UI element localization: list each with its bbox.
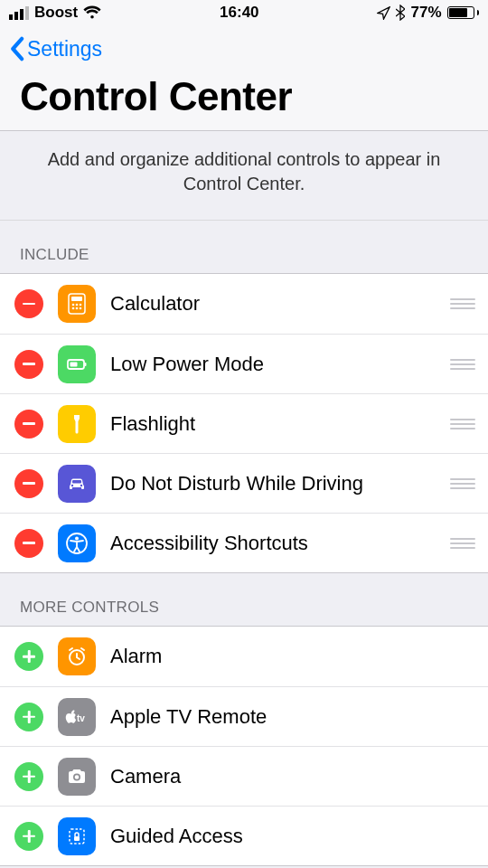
- row-label: Low Power Mode: [110, 353, 432, 376]
- battery-icon: [447, 6, 480, 19]
- row-label: Guided Access: [110, 825, 475, 848]
- list-row: Accessibility Shortcuts: [0, 513, 488, 572]
- drag-handle-icon[interactable]: [446, 298, 475, 309]
- accessibility-icon: [58, 524, 96, 562]
- camera-icon: [58, 758, 96, 796]
- list-row: Apple TV Remote: [0, 686, 488, 746]
- back-label: Settings: [27, 37, 102, 61]
- list-row: Do Not Disturb While Driving: [0, 453, 488, 513]
- remove-button[interactable]: [14, 410, 43, 439]
- remove-button[interactable]: [14, 529, 43, 558]
- status-time: 16:40: [220, 4, 258, 22]
- add-button[interactable]: [14, 822, 43, 851]
- battery-fill: [449, 8, 468, 17]
- row-label: Accessibility Shortcuts: [110, 532, 432, 555]
- remove-button[interactable]: [14, 350, 43, 379]
- nav-bar: Settings: [0, 25, 488, 72]
- appletv-icon: [58, 698, 96, 736]
- alarm-icon: [58, 637, 96, 675]
- row-label: Calculator: [110, 292, 432, 316]
- status-right: 77%: [377, 4, 479, 22]
- row-label: Flashlight: [110, 412, 432, 436]
- list-row: Flashlight: [0, 393, 488, 453]
- large-title-area: Control Center: [0, 72, 488, 131]
- row-label: Apple TV Remote: [110, 705, 475, 729]
- section-header-include: INCLUDE: [0, 221, 488, 273]
- drag-handle-icon[interactable]: [446, 478, 475, 489]
- drag-handle-icon[interactable]: [446, 359, 475, 370]
- signal-icon: [9, 6, 29, 20]
- list-row: Camera: [0, 746, 488, 806]
- list-row: Alarm: [0, 627, 488, 686]
- list-row: Low Power Mode: [0, 334, 488, 393]
- location-icon: [377, 6, 390, 20]
- lock-icon: [58, 817, 96, 855]
- list-row: Guided Access: [0, 806, 488, 865]
- car-icon: [58, 465, 96, 503]
- row-label: Do Not Disturb While Driving: [110, 472, 432, 495]
- bluetooth-icon: [396, 5, 405, 21]
- chevron-left-icon: [9, 36, 24, 61]
- add-button[interactable]: [14, 642, 43, 671]
- more-list: AlarmApple TV RemoteCameraGuided Access: [0, 626, 488, 866]
- wifi-icon: [83, 5, 101, 20]
- battery-icon: [58, 345, 96, 383]
- calculator-icon: [58, 285, 96, 323]
- flashlight-icon: [58, 405, 96, 443]
- carrier-label: Boost: [34, 4, 78, 22]
- add-button[interactable]: [14, 762, 43, 791]
- remove-button[interactable]: [14, 469, 43, 498]
- add-button[interactable]: [14, 703, 43, 731]
- page-title: Control Center: [20, 74, 468, 119]
- row-label: Camera: [110, 765, 475, 788]
- back-button[interactable]: Settings: [9, 36, 102, 61]
- battery-pct: 77%: [410, 4, 441, 22]
- row-label: Alarm: [110, 645, 475, 668]
- list-row: Calculator: [0, 274, 488, 334]
- status-left: Boost: [9, 4, 101, 22]
- include-list: CalculatorLow Power ModeFlashlightDo Not…: [0, 273, 488, 573]
- status-bar: Boost 16:40 77%: [0, 0, 488, 25]
- section-header-more: MORE CONTROLS: [0, 573, 488, 626]
- page-description: Add and organize additional controls to …: [0, 131, 488, 221]
- drag-handle-icon[interactable]: [446, 419, 475, 429]
- drag-handle-icon[interactable]: [446, 538, 475, 549]
- remove-button[interactable]: [14, 289, 43, 318]
